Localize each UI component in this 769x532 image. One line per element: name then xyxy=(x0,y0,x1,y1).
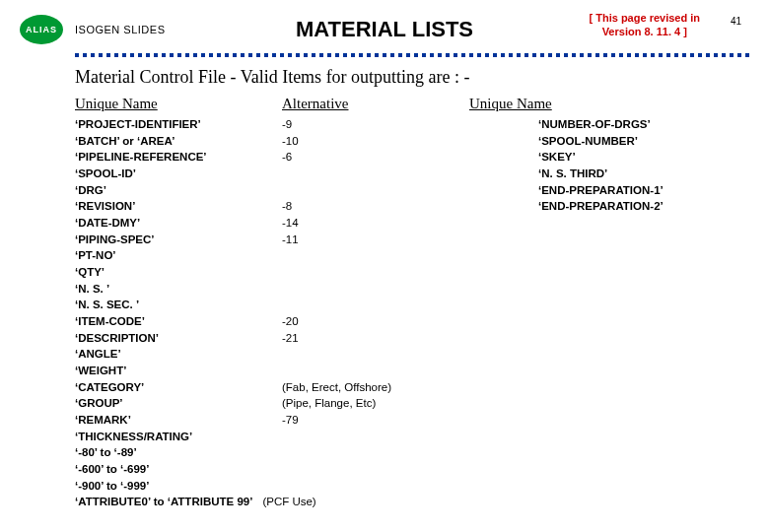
list-item: ‘-600’ to ‘-699’ xyxy=(75,461,262,478)
list-item-alt xyxy=(282,444,450,461)
sub-heading: Material Control File - Valid Items for … xyxy=(75,67,749,88)
list-item-alt xyxy=(282,281,450,298)
list-item-alt xyxy=(282,461,450,478)
list-item: ‘DESCRIPTION’ xyxy=(75,330,262,347)
col1-header: Unique Name xyxy=(75,96,262,112)
list-item-alt xyxy=(282,363,450,379)
list-item: ‘SPOOL-NUMBER’ xyxy=(538,133,726,150)
list-item: ‘DRG’ xyxy=(75,182,262,199)
col3: Unique Name ‘NUMBER-OF-DRGS’‘SPOOL-NUMBE… xyxy=(469,96,726,494)
list-item-alt: (Pipe, Flange, Etc) xyxy=(282,395,450,412)
attribute-note: (PCF Use) xyxy=(262,494,315,510)
attribute-name: ‘ATTRIBUTE0’ to ‘ATTRIBUTE 99’ xyxy=(75,494,252,510)
list-item-alt xyxy=(282,166,450,182)
list-item: ‘REMARK’ xyxy=(75,412,262,429)
slide: ALIAS ISOGEN SLIDES MATERIAL LISTS [ Thi… xyxy=(0,0,769,532)
list-item-alt xyxy=(282,247,450,264)
col3-header: Unique Name xyxy=(469,96,726,112)
col1-body: ‘PROJECT-IDENTIFIER’‘BATCH’ or ‘AREA’‘PI… xyxy=(75,116,262,494)
list-item: ‘ITEM-CODE’ xyxy=(75,313,262,330)
list-item: ‘ANGLE’ xyxy=(75,346,262,363)
list-item: ‘PT-NO’ xyxy=(75,247,262,264)
list-item-alt: -9 xyxy=(282,116,450,133)
list-item: ‘PIPING-SPEC’ xyxy=(75,232,262,248)
page-number: 41 xyxy=(731,16,741,27)
list-item-alt: -11 xyxy=(282,232,450,248)
content-grid: Unique Name ‘PROJECT-IDENTIFIER’‘BATCH’ … xyxy=(75,96,749,494)
col3-body: ‘NUMBER-OF-DRGS’‘SPOOL-NUMBER’‘SKEY’‘N. … xyxy=(538,116,726,215)
list-item-alt: -6 xyxy=(282,149,450,166)
list-item: ‘-900’ to ‘-999’ xyxy=(75,478,262,495)
revision-note-line2: Version 8. 11. 4 ] xyxy=(602,26,687,37)
list-item: ‘GROUP’ xyxy=(75,395,262,412)
list-item-alt xyxy=(282,429,450,445)
list-item: ‘END-PREPARATION-1’ xyxy=(538,182,726,199)
list-item: ‘THICKNESS/RATING’ xyxy=(75,429,262,445)
list-item-alt xyxy=(282,264,450,281)
col2-header: Alternative xyxy=(282,96,450,112)
list-item-alt xyxy=(282,346,450,363)
col2: Alternative -9-10-6 -8-14-11 -20-21 (Fab… xyxy=(282,96,450,494)
list-item-alt: -10 xyxy=(282,133,450,150)
slide-header: ALIAS ISOGEN SLIDES MATERIAL LISTS [ Thi… xyxy=(20,10,749,49)
list-item: ‘CATEGORY’ xyxy=(75,379,262,396)
list-item-alt xyxy=(282,478,450,495)
col1: Unique Name ‘PROJECT-IDENTIFIER’‘BATCH’ … xyxy=(75,96,262,494)
list-item-alt: (Fab, Erect, Offshore) xyxy=(282,379,450,396)
list-item: ‘N. S. THIRD’ xyxy=(538,166,726,182)
list-item-alt xyxy=(282,297,450,313)
list-item: ‘DATE-DMY’ xyxy=(75,215,262,232)
list-item: ‘-80’ to ‘-89’ xyxy=(75,444,262,461)
list-item: ‘NUMBER-OF-DRGS’ xyxy=(538,116,726,133)
list-item: ‘END-PREPARATION-2’ xyxy=(538,198,726,215)
list-item: ‘REVISION’ xyxy=(75,198,262,215)
list-item-alt: -20 xyxy=(282,313,450,330)
revision-note-line1: [ This page revised in xyxy=(590,12,700,24)
list-item: ‘PIPELINE-REFERENCE’ xyxy=(75,149,262,166)
list-item: ‘SPOOL-ID’ xyxy=(75,166,262,182)
list-item: ‘PROJECT-IDENTIFIER’ xyxy=(75,116,262,133)
list-item: ‘SKEY’ xyxy=(538,149,726,166)
list-item-alt: -8 xyxy=(282,198,450,215)
attribute-line: ‘ATTRIBUTE0’ to ‘ATTRIBUTE 99’ (PCF Use) xyxy=(75,494,749,510)
list-item: ‘QTY’ xyxy=(75,264,262,281)
col2-body: -9-10-6 -8-14-11 -20-21 (Fab, Erect, Off… xyxy=(282,116,450,494)
list-item: ‘N. S. ’ xyxy=(75,281,262,298)
list-item-alt: -79 xyxy=(282,412,450,429)
list-item-alt: -21 xyxy=(282,330,450,347)
dotted-divider xyxy=(75,53,749,57)
list-item: ‘WEIGHT’ xyxy=(75,363,262,379)
revision-note: [ This page revised in Version 8. 11. 4 … xyxy=(590,12,700,39)
list-item-alt: -14 xyxy=(282,215,450,232)
list-item: ‘BATCH’ or ‘AREA’ xyxy=(75,133,262,150)
list-item: ‘N. S. SEC. ’ xyxy=(75,297,262,313)
list-item-alt xyxy=(282,182,450,199)
